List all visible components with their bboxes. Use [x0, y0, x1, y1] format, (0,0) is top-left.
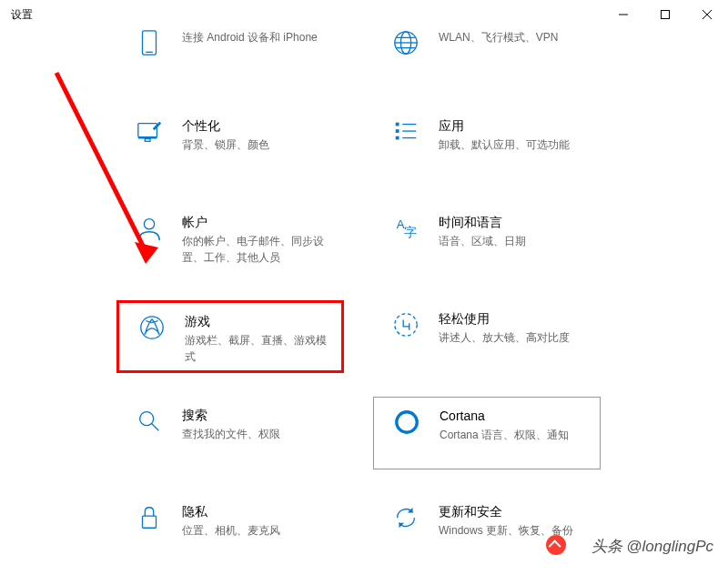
apps-list-icon: [391, 118, 420, 147]
sync-icon: [391, 504, 420, 533]
tile-cortana[interactable]: Cortana Cortana 语言、权限、通知: [373, 397, 601, 469]
watermark-logo-icon: [546, 535, 566, 555]
svg-point-27: [397, 412, 418, 433]
tile-title: 游戏: [185, 312, 329, 330]
tile-privacy[interactable]: 隐私 位置、相机、麦克风: [116, 493, 344, 566]
language-icon: A字: [391, 215, 420, 244]
watermark-text: 头条 @longlingPc: [592, 536, 713, 557]
tile-personalization[interactable]: 个性化 背景、锁屏、颜色: [116, 107, 344, 180]
tile-description: WLAN、飞行模式、VPN: [439, 29, 558, 45]
svg-text:字: 字: [404, 225, 417, 239]
svg-point-24: [395, 314, 417, 336]
tile-ease-of-access[interactable]: 轻松使用 讲述人、放大镜、高对比度: [373, 300, 601, 373]
tile-description: 查找我的文件、权限: [182, 426, 280, 442]
svg-rect-15: [396, 129, 399, 133]
svg-rect-4: [143, 31, 157, 55]
tile-description: 连接 Android 设备和 iPhone: [182, 29, 318, 45]
tile-network[interactable]: WLAN、飞行模式、VPN: [373, 18, 601, 73]
phone-icon: [135, 29, 164, 58]
person-icon: [135, 215, 164, 244]
tile-title: 个性化: [182, 116, 269, 135]
tile-description: 背景、锁屏、颜色: [182, 136, 269, 153]
svg-point-20: [144, 219, 154, 229]
tile-title: Cortana: [440, 407, 569, 425]
lock-icon: [135, 504, 164, 533]
svg-rect-11: [138, 124, 157, 137]
tile-phone[interactable]: 连接 Android 设备和 iPhone: [116, 18, 344, 73]
globe-icon: [391, 29, 420, 58]
paintbrush-icon: [135, 118, 164, 147]
tile-description: Cortana 语言、权限、通知: [440, 427, 569, 443]
tile-title: 应用: [439, 116, 570, 135]
tile-update-security[interactable]: 更新和安全 Windows 更新、恢复、备份: [373, 493, 601, 566]
accessibility-icon: [391, 311, 420, 340]
tile-description: 卸载、默认应用、可选功能: [439, 136, 570, 153]
svg-point-25: [140, 412, 154, 426]
tile-title: 帐户: [182, 213, 328, 231]
tile-description: 讲述人、放大镜、高对比度: [439, 329, 570, 346]
tile-title: 轻松使用: [439, 309, 570, 328]
svg-line-26: [152, 424, 159, 431]
tile-apps[interactable]: 应用 卸载、默认应用、可选功能: [373, 107, 601, 180]
xbox-icon: [137, 314, 167, 343]
svg-rect-13: [145, 139, 150, 142]
tile-accounts[interactable]: 帐户 你的帐户、电子邮件、同步设置、工作、其他人员: [116, 204, 344, 291]
tile-title: 更新和安全: [439, 502, 573, 520]
tile-description: 你的帐户、电子邮件、同步设置、工作、其他人员: [182, 233, 328, 266]
tile-title: 搜索: [182, 406, 280, 424]
svg-rect-28: [143, 516, 157, 528]
tile-title: 时间和语言: [439, 213, 526, 231]
tile-time-language[interactable]: A字 时间和语言 语音、区域、日期: [373, 204, 601, 291]
tile-description: 游戏栏、截屏、直播、游戏模式: [185, 332, 329, 365]
tile-description: 语音、区域、日期: [439, 233, 526, 249]
search-icon: [135, 408, 164, 437]
settings-content: 连接 Android 设备和 iPhone WLAN、飞行模式、VPN 个性化: [0, 0, 728, 575]
tile-search[interactable]: 搜索 查找我的文件、权限: [116, 397, 344, 469]
tile-title: 隐私: [182, 502, 280, 520]
tile-description: 位置、相机、麦克风: [182, 522, 280, 539]
svg-rect-16: [396, 136, 399, 140]
svg-rect-14: [396, 123, 399, 126]
tile-gaming[interactable]: 游戏 游戏栏、截屏、直播、游戏模式: [116, 300, 344, 373]
cortana-icon: [392, 409, 421, 438]
